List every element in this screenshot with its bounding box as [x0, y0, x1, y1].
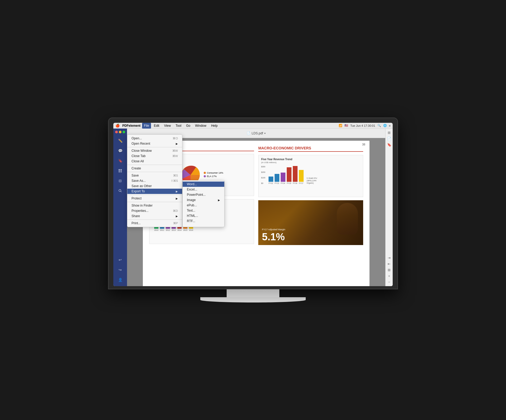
- adjusted-margin-panel: FY17 Adjusted Margin 5.1%: [258, 200, 363, 245]
- sep-3: [127, 172, 182, 172]
- sep-6: [127, 219, 182, 220]
- menubar-wifi-icon: 📶: [339, 124, 342, 127]
- menu-go[interactable]: Go: [184, 123, 192, 129]
- menu-container: Open... ⌘O Open Recent ▶ Close Window: [127, 134, 225, 227]
- sidebar-undo-icon[interactable]: ↩: [116, 256, 124, 264]
- menu-protect[interactable]: Protect ▶: [127, 196, 182, 201]
- sidebar: ✏️ 💬 🔖 ⊟: [113, 129, 127, 286]
- menubar-search-icon[interactable]: 🔍: [377, 124, 381, 127]
- panel-grid-icon[interactable]: ⊞: [388, 131, 391, 135]
- revenue-legend: 5 YEAR FFV (38%) (14% Organic): [307, 177, 321, 184]
- menu-open[interactable]: Open... ⌘O: [127, 136, 182, 141]
- app-name: PDFelement: [122, 124, 140, 128]
- sidebar-pencil-icon[interactable]: ✏️: [116, 136, 124, 145]
- rev-bar-fy13: FY13: [275, 174, 279, 184]
- minimize-button[interactable]: [119, 131, 121, 133]
- sep-5: [127, 202, 182, 202]
- monitor: 🍎 PDFelement File Edit View Tool Go Wind…: [108, 118, 398, 302]
- menu-export-to[interactable]: Export To ▶: [127, 189, 182, 194]
- menu-create[interactable]: Create: [127, 166, 182, 171]
- panel-import-icon[interactable]: ⇤: [388, 262, 391, 266]
- maximize-button[interactable]: [123, 131, 125, 133]
- svg-point-4: [119, 189, 121, 192]
- sidebar-search-icon[interactable]: [116, 187, 124, 195]
- menubar-right: 📶 🇺🇸 Tue Jun 4 17:30:01 🔍 🌐 ≡: [339, 124, 391, 127]
- menu-tool[interactable]: Tool: [174, 123, 183, 129]
- sidebar-bookmark-icon[interactable]: ⊟: [116, 177, 124, 185]
- sidebar-pages-icon[interactable]: [116, 167, 124, 175]
- submenu-html[interactable]: HTML...: [183, 213, 224, 218]
- menu-close-window[interactable]: Close Window ⌘W: [127, 148, 182, 153]
- menu-print[interactable]: Print... ⌘P: [127, 221, 182, 226]
- screen-bezel: 🍎 PDFelement File Edit View Tool Go Wind…: [108, 118, 398, 289]
- monitor-stand-base: [200, 297, 306, 302]
- svg-rect-0: [119, 169, 120, 171]
- menubar-time: Tue Jun 4 17:30:01: [350, 124, 375, 127]
- menu-close-tab[interactable]: Close Tab ⌘W: [127, 153, 182, 159]
- menu-save[interactable]: Save ⌘S: [127, 173, 182, 178]
- monitor-stand-top: [227, 289, 279, 297]
- panel-export-icon[interactable]: ⇥: [388, 256, 391, 260]
- title-dropdown-arrow[interactable]: ▾: [264, 132, 266, 135]
- menu-properties[interactable]: Properties... ⌘D: [127, 208, 182, 213]
- close-button[interactable]: [115, 131, 118, 133]
- sep-1: [127, 147, 182, 147]
- svg-line-5: [121, 191, 121, 192]
- menu-close-all[interactable]: Close All: [127, 159, 182, 164]
- menu-view[interactable]: View: [162, 123, 173, 129]
- submenu-image[interactable]: Image ▶: [183, 197, 224, 203]
- menu-share[interactable]: Share ▶: [127, 213, 182, 219]
- revenue-chart: $300 $200 $100 $0: [261, 166, 360, 184]
- sidebar-share-icon[interactable]: 🔖: [116, 157, 124, 165]
- page-number: 38: [362, 143, 365, 146]
- rev-bar-fy14: FY14: [281, 173, 285, 184]
- submenu-word[interactable]: Word...: [183, 182, 224, 187]
- menu-open-recent[interactable]: Open Recent ▶: [127, 141, 182, 146]
- submenu-epub[interactable]: ePub...: [183, 203, 224, 208]
- adjusted-margin-value: 5.1%: [262, 232, 285, 242]
- menu-save-other[interactable]: Save as Other: [127, 183, 182, 189]
- file-dropdown-menu[interactable]: Open... ⌘O Open Recent ▶ Close Window: [127, 134, 182, 227]
- menu-edit[interactable]: Edit: [152, 123, 161, 129]
- macro-section: MACRO-ECONOMIC DRIVERS Five Year Revenue…: [258, 146, 363, 245]
- app-window: ✏️ 💬 🔖 ⊟: [113, 129, 393, 286]
- menu-help[interactable]: Help: [209, 123, 220, 129]
- macro-title: MACRO-ECONOMIC DRIVERS: [258, 146, 363, 152]
- export-submenu[interactable]: Word... Excel... PowerPoint... Image: [182, 180, 225, 227]
- sidebar-comment-icon[interactable]: 💬: [116, 146, 124, 155]
- menu-window[interactable]: Window: [193, 123, 208, 129]
- submenu-rtf[interactable]: RTF...: [183, 218, 224, 224]
- adjusted-margin-content: FY17 Adjusted Margin 5.1%: [262, 228, 285, 242]
- revenue-bars: FY12 FY13: [269, 166, 304, 184]
- sep-2: [127, 165, 182, 165]
- sidebar-redo-icon[interactable]: ↪: [116, 266, 124, 274]
- menu-save-as[interactable]: Save As... ⇧⌘S: [127, 178, 182, 183]
- svg-rect-2: [119, 171, 120, 172]
- panel-minus-icon[interactable]: −: [388, 280, 390, 284]
- rev-bar-fy17: FY17: [299, 170, 304, 184]
- panel-add-icon[interactable]: +: [388, 274, 390, 278]
- revenue-subtitle: (in US$ millions): [261, 161, 360, 164]
- traffic-lights: [115, 131, 125, 133]
- menubar-globe-icon[interactable]: 🌐: [383, 124, 387, 127]
- menu-file[interactable]: File: [142, 123, 151, 129]
- sep-4: [127, 195, 182, 195]
- svg-rect-3: [120, 171, 122, 172]
- menu-show-finder[interactable]: Show in Finder: [127, 203, 182, 208]
- panel-page-icon[interactable]: 📄: [387, 137, 391, 141]
- submenu-text[interactable]: Text...: [183, 208, 224, 213]
- apple-menu[interactable]: 🍎: [115, 124, 120, 128]
- panel-layers-icon[interactable]: ⊞: [388, 268, 391, 272]
- menubar-list-icon[interactable]: ≡: [389, 124, 391, 127]
- submenu-powerpoint[interactable]: PowerPoint...: [183, 192, 224, 197]
- menubar: 🍎 PDFelement File Edit View Tool Go Wind…: [113, 123, 393, 129]
- revenue-title: Five Year Revenue Trend: [261, 158, 360, 161]
- sidebar-user-icon[interactable]: 👤: [116, 276, 124, 284]
- panel-bookmark-icon[interactable]: 🔖: [387, 143, 391, 147]
- rev-bar-fy12: FY12: [269, 177, 273, 184]
- menubar-flag-icon: 🇺🇸: [344, 124, 348, 127]
- svg-rect-1: [120, 169, 122, 171]
- submenu-excel[interactable]: Excel...: [183, 187, 224, 192]
- rev-bar-fy16: FY16: [293, 166, 298, 184]
- revenue-chart-area: Five Year Revenue Trend (in US$ millions…: [258, 155, 363, 197]
